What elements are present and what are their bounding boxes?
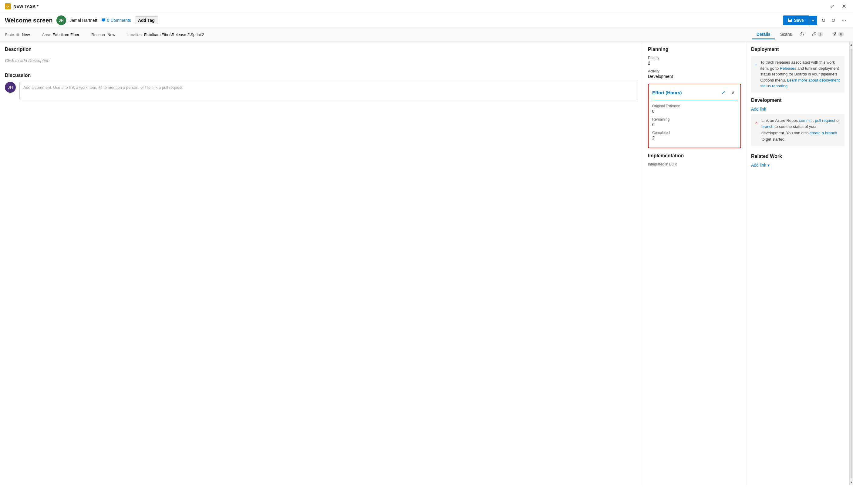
middle-panel: Planning Priority 2 Activity Development…	[643, 42, 746, 485]
close-button[interactable]: ✕	[840, 2, 848, 10]
deployment-card: To track releases associated with this w…	[751, 56, 845, 93]
original-estimate-field: Original Estimate 8	[652, 104, 737, 114]
iteration-meta: Iteration Fabrikam Fiber\Release 2\Sprin…	[127, 32, 204, 37]
area-label: Area	[42, 32, 50, 37]
related-add-link-row[interactable]: Add link ▾	[751, 163, 845, 167]
effort-expand-button[interactable]: ⤢	[719, 88, 727, 97]
svg-point-4	[756, 123, 757, 123]
priority-label: Priority	[648, 56, 741, 60]
deployment-icon	[755, 59, 758, 70]
dev-card: Link an Azure Repos commit , pull reques…	[751, 114, 845, 146]
save-label: Save	[794, 18, 804, 23]
scroll-down-button[interactable]: ▼	[849, 480, 853, 485]
header-right: Save ▾ ↻ ↺ ⋯	[783, 16, 848, 25]
dev-text: Link an Azure Repos commit , pull reques…	[761, 118, 841, 143]
integrated-label: Integrated in Build	[648, 162, 741, 166]
state-label: State	[5, 32, 14, 37]
tab-scans[interactable]: Scans	[776, 30, 796, 39]
title-bar: NEW TASK * ⤢ ✕	[0, 0, 853, 13]
releases-link[interactable]: Releases	[780, 66, 796, 71]
scroll-track	[851, 49, 852, 478]
comment-icon	[101, 18, 106, 23]
effort-title: Effort (Hours)	[652, 90, 682, 95]
iteration-value: Fabrikam Fiber\Release 2\Sprint 2	[144, 32, 204, 37]
more-button[interactable]: ⋯	[840, 16, 848, 25]
deployment-text: To track releases associated with this w…	[761, 59, 841, 89]
save-dropdown-button[interactable]: ▾	[809, 16, 817, 25]
related-work-title: Related Work	[751, 154, 845, 159]
remaining-value: 6	[652, 122, 737, 127]
pull-request-link[interactable]: pull request	[815, 118, 835, 123]
main-content: Description Click to add Description. Di…	[0, 42, 853, 485]
header-row: Welcome screen JH Jamal Hartnett 0 Comme…	[0, 13, 853, 28]
avatar: JH	[56, 16, 66, 25]
priority-value: 2	[648, 60, 741, 66]
page-title: Welcome screen	[5, 17, 53, 24]
completed-value: 2	[652, 136, 737, 140]
add-tag-button[interactable]: Add Tag	[135, 16, 158, 24]
tab-attachments[interactable]: 0	[829, 30, 848, 39]
branch-link[interactable]: branch	[761, 124, 773, 129]
iteration-label: Iteration	[127, 32, 142, 37]
description-placeholder[interactable]: Click to add Description.	[5, 56, 638, 66]
vertical-scrollbar[interactable]: ▲ ▼	[849, 42, 853, 485]
completed-field: Completed 2	[652, 131, 737, 140]
area-value: Fabrikam Fiber	[53, 32, 79, 37]
remaining-field: Remaining 6	[652, 117, 737, 127]
attachments-badge: 0	[838, 32, 844, 37]
effort-header: Effort (Hours) ⤢ ∧	[652, 88, 737, 100]
create-branch-link[interactable]: create a branch	[810, 131, 837, 135]
effort-box: Effort (Hours) ⤢ ∧ Original Estimate 8 R…	[648, 84, 741, 148]
discussion-title: Discussion	[5, 73, 638, 78]
original-estimate-label: Original Estimate	[652, 104, 737, 108]
effort-collapse-button[interactable]: ∧	[730, 88, 737, 97]
deployment-section: Deployment To track releases associated …	[751, 47, 845, 93]
svg-rect-0	[6, 4, 10, 8]
state-dot	[16, 33, 19, 36]
header-left: Welcome screen JH Jamal Hartnett 0 Comme…	[5, 16, 158, 25]
links-badge: 1	[818, 32, 823, 37]
comment-avatar: JH	[5, 82, 16, 93]
refresh-button[interactable]: ↻	[820, 16, 827, 25]
title-bar-left: NEW TASK *	[5, 3, 38, 10]
comments-button[interactable]: 0 Comments	[101, 18, 131, 23]
left-panel: Description Click to add Description. Di…	[0, 42, 643, 485]
scroll-up-button[interactable]: ▲	[849, 42, 853, 48]
chevron-down-icon: ▾	[767, 163, 770, 167]
link-icon	[812, 32, 816, 36]
state-meta: State New	[5, 32, 30, 37]
save-button[interactable]: Save	[783, 16, 809, 25]
tab-links[interactable]: 1	[808, 30, 828, 39]
comment-area: JH Add a comment. Use # to link a work i…	[5, 82, 638, 100]
undo-button[interactable]: ↺	[830, 16, 837, 25]
planning-section: Planning Priority 2 Activity Development	[648, 47, 741, 79]
dev-icon	[755, 118, 759, 128]
implementation-title: Implementation	[648, 153, 741, 159]
commit-link[interactable]: commit	[799, 118, 812, 123]
deployment-title: Deployment	[751, 47, 845, 52]
save-button-group: Save ▾	[783, 16, 817, 25]
development-title: Development	[751, 97, 845, 103]
comments-label: 0 Comments	[107, 18, 131, 23]
activity-value: Development	[648, 74, 741, 79]
save-icon	[788, 18, 792, 22]
original-estimate-value: 8	[652, 109, 737, 114]
user-name: Jamal Hartnett	[70, 18, 98, 23]
implementation-section: Implementation Integrated in Build	[648, 153, 741, 166]
dev-add-link-button[interactable]: Add link	[751, 107, 766, 111]
related-add-link-label: Add link	[751, 163, 766, 167]
window-title: NEW TASK *	[13, 4, 38, 9]
completed-label: Completed	[652, 131, 737, 135]
maximize-button[interactable]: ⤢	[828, 2, 836, 10]
state-value: New	[22, 32, 30, 37]
area-meta: Area Fabrikam Fiber	[42, 32, 79, 37]
planning-title: Planning	[648, 47, 741, 52]
comment-input[interactable]: Add a comment. Use # to link a work item…	[19, 82, 638, 100]
tabs-container: Details Scans ⏱ 1 0	[752, 30, 848, 40]
tab-history[interactable]: ⏱	[798, 30, 806, 40]
reason-label: Reason	[91, 32, 105, 37]
metadata-row: State New Area Fabrikam Fiber Reason New…	[0, 28, 853, 42]
related-work-section: Related Work Add link ▾	[751, 154, 845, 167]
tab-details[interactable]: Details	[752, 30, 775, 39]
reason-meta: Reason New	[91, 32, 115, 37]
